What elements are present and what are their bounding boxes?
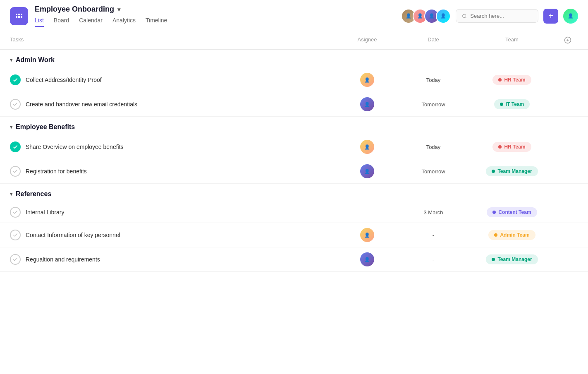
section-title: Employee Benefits (16, 123, 75, 131)
section-2: ▾References Internal Library 3 MarchCont… (0, 184, 588, 272)
section-header-2[interactable]: ▾References (0, 184, 588, 202)
assignee-face: 👤 (360, 73, 374, 87)
checkmark-icon (12, 77, 18, 83)
team-label: Team Manager (497, 257, 532, 262)
team-dot (498, 78, 502, 82)
assignee-avatar: 👤 (360, 252, 374, 266)
team-dot (500, 103, 503, 106)
task-name: Registration for benefits (26, 168, 87, 175)
avatar-4: 👤 (436, 9, 451, 24)
svg-point-0 (463, 14, 466, 17)
table-row[interactable]: Registration for benefits 👤TomorrowTeam … (0, 159, 588, 184)
col-header-add[interactable] (557, 36, 578, 45)
app-title-row: Employee Onboarding ▾ (35, 5, 167, 14)
team-dot (492, 170, 495, 173)
task-name: Regualtion and requirements (26, 256, 100, 263)
task-checkbox[interactable] (10, 230, 21, 240)
task-team: Content Team (466, 207, 557, 217)
avatar-4-face: 👤 (437, 10, 450, 23)
task-date: Today (400, 77, 466, 83)
task-checkbox[interactable] (10, 166, 21, 177)
task-checkbox[interactable] (10, 254, 21, 265)
checkmark-icon (12, 144, 18, 150)
nav-tabs: List Board Calendar Analytics Timeline (35, 15, 167, 27)
team-dot (492, 211, 496, 214)
team-label: HR Team (504, 77, 525, 83)
col-header-assignee: Asignee (334, 36, 400, 45)
table-row[interactable]: Contact Information of key personnel 👤-A… (0, 223, 588, 247)
svg-line-1 (466, 17, 466, 18)
search-input[interactable] (470, 13, 532, 19)
task-assignee: 👤 (334, 228, 400, 242)
current-user-face: 👤 (563, 9, 578, 24)
assignee-face: 👤 (360, 140, 374, 154)
assignee-face: 👤 (360, 97, 374, 111)
add-column-icon (564, 36, 571, 44)
tab-list[interactable]: List (35, 15, 44, 27)
tab-timeline[interactable]: Timeline (146, 15, 167, 27)
task-team: Team Manager (466, 166, 557, 176)
table-row[interactable]: Internal Library 3 MarchContent Team (0, 202, 588, 223)
task-team: Team Manager (466, 254, 557, 264)
task-checkbox[interactable] (10, 74, 21, 85)
check-circle-icon (12, 232, 18, 238)
title-nav: Employee Onboarding ▾ List Board Calenda… (35, 5, 167, 27)
section-title: References (16, 190, 51, 198)
team-badge: IT Team (494, 99, 530, 109)
section-header-0[interactable]: ▾Admin Work (0, 50, 588, 68)
table-row[interactable]: Collect Address/Identity Proof 👤TodayHR … (0, 68, 588, 92)
tab-analytics[interactable]: Analytics (112, 15, 136, 27)
task-checkbox[interactable] (10, 141, 21, 152)
assignee-face: 👤 (360, 252, 374, 266)
task-list: ▾Admin Work Collect Address/Identity Pro… (0, 50, 588, 272)
section-1: ▾Employee Benefits Share Overview on emp… (0, 117, 588, 184)
task-cell: Registration for benefits (10, 166, 334, 177)
task-checkbox[interactable] (10, 207, 21, 218)
team-badge: HR Team (492, 75, 531, 85)
tab-calendar[interactable]: Calendar (79, 15, 103, 27)
task-cell: Share Overview on employee benefits (10, 141, 334, 152)
task-date: - (400, 257, 466, 263)
task-date: Today (400, 144, 466, 150)
task-team: Admin Team (466, 230, 557, 240)
task-cell: Internal Library (10, 207, 334, 218)
table-row[interactable]: Share Overview on employee benefits 👤Tod… (0, 135, 588, 159)
add-button[interactable]: + (543, 9, 558, 24)
col-header-date: Date (400, 36, 466, 45)
header: Employee Onboarding ▾ List Board Calenda… (0, 0, 588, 32)
table-row[interactable]: Regualtion and requirements 👤-Team Manag… (0, 247, 588, 272)
table-header: Tasks Asignee Date Team (0, 32, 588, 50)
task-date: Tomorrow (400, 168, 466, 175)
task-assignee: 👤 (334, 73, 400, 87)
task-team: HR Team (466, 142, 557, 152)
task-name: Collect Address/Identity Proof (26, 77, 102, 83)
tab-board[interactable]: Board (54, 15, 69, 27)
task-name: Share Overview on employee benefits (26, 144, 124, 150)
team-label: Team Manager (497, 168, 532, 174)
check-circle-icon (12, 209, 18, 215)
table-row[interactable]: Create and handover new email credential… (0, 92, 588, 117)
header-right: 👤 👤 👤 👤 + 👤 (401, 9, 578, 24)
task-date: 3 March (400, 209, 466, 216)
app-logo-icon (14, 11, 24, 21)
team-badge: Admin Team (488, 230, 535, 240)
search-icon (462, 13, 467, 19)
task-checkbox[interactable] (10, 99, 21, 110)
team-badge: Team Manager (486, 166, 538, 176)
search-box[interactable] (456, 9, 538, 23)
task-date: Tomorrow (400, 101, 466, 108)
section-title: Admin Work (16, 56, 55, 64)
task-date: - (400, 232, 466, 238)
task-cell: Collect Address/Identity Proof (10, 74, 334, 85)
assignee-face: 👤 (360, 228, 374, 242)
task-name: Create and handover new email credential… (26, 101, 137, 108)
task-cell: Create and handover new email credential… (10, 99, 334, 110)
task-cell: Contact Information of key personnel (10, 230, 334, 240)
col-header-tasks: Tasks (10, 36, 334, 45)
current-user-avatar[interactable]: 👤 (563, 9, 578, 24)
title-chevron-icon[interactable]: ▾ (117, 6, 120, 13)
section-header-1[interactable]: ▾Employee Benefits (0, 117, 588, 135)
task-name: Contact Information of key personnel (26, 232, 120, 238)
team-badge: Team Manager (486, 254, 538, 264)
assignee-avatar: 👤 (360, 140, 374, 154)
